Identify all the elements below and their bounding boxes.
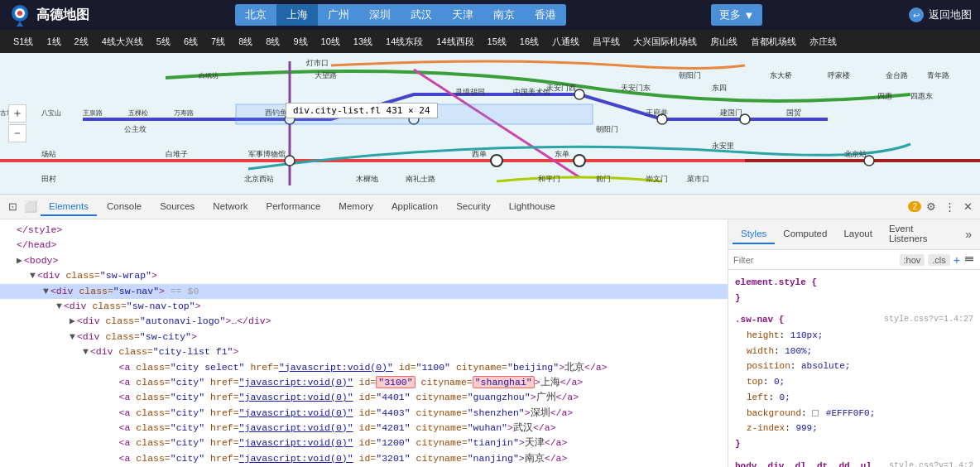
- tab-sources[interactable]: Sources: [151, 198, 203, 216]
- dom-line-sw-city[interactable]: ▼<div class="sw-city">: [0, 330, 728, 344]
- styles-more-button[interactable]: »: [961, 228, 976, 241]
- dom-line-a-nanjing[interactable]: <a class="city" href="javascript:void(0)…: [0, 451, 728, 466]
- subway-line-changping[interactable]: 昌平线: [586, 33, 627, 51]
- subway-line-fangshan[interactable]: 房山线: [704, 33, 744, 51]
- subway-line-s1[interactable]: S1线: [7, 33, 40, 51]
- svg-text:金台路: 金台路: [886, 71, 908, 79]
- subway-line-daxing-airport[interactable]: 大兴国际机场线: [627, 33, 704, 51]
- dom-line-a-tianjin[interactable]: <a class="city" href="javascript:void(0)…: [0, 436, 728, 450]
- subway-line-10[interactable]: 10线: [315, 33, 347, 51]
- svg-text:东单: 东单: [555, 150, 569, 158]
- tab-security[interactable]: Security: [448, 198, 499, 216]
- dom-line-style-close[interactable]: </style>: [0, 223, 728, 238]
- city-tab-xianggang[interactable]: 香港: [525, 4, 566, 26]
- svg-text:灯市口: 灯市口: [306, 59, 329, 67]
- top-bar: 高德地图 北京 上海 广州 深圳 武汉 天津 南京 香港 更多 ▼ ↩ 返回地图: [0, 0, 980, 30]
- dom-line-a-shanghai[interactable]: <a class="city" href="javascript:void(0)…: [0, 375, 728, 390]
- subway-line-8b[interactable]: 8线: [259, 33, 286, 51]
- styles-tab-layout[interactable]: Layout: [835, 224, 881, 244]
- svg-text:军事博物馆: 军事博物馆: [248, 150, 286, 158]
- devtools-settings-button[interactable]: ⚙: [923, 199, 939, 215]
- subway-line-9[interactable]: 9线: [286, 33, 314, 51]
- dom-line-sw-nav[interactable]: ▼<div class="sw-nav"> == $0: [0, 284, 728, 299]
- device-toolbar-button[interactable]: ⬜: [22, 199, 39, 215]
- more-label: 更多: [719, 7, 741, 22]
- dom-line-sw-wrap[interactable]: ▼<div class="sw-wrap">: [0, 268, 728, 283]
- svg-text:东四: 东四: [712, 84, 727, 92]
- devtools-close-button[interactable]: ✕: [959, 199, 976, 215]
- subway-line-14east[interactable]: 14线东段: [379, 33, 430, 51]
- add-style-rule-button[interactable]: +: [954, 253, 960, 267]
- styles-tab-styles[interactable]: Styles: [733, 224, 775, 244]
- subway-line-1[interactable]: 1线: [40, 33, 67, 51]
- tab-memory[interactable]: Memory: [330, 198, 382, 216]
- svg-text:国贸: 国贸: [786, 108, 801, 117]
- dom-line-a-wuhan[interactable]: <a class="city" href="javascript:void(0)…: [0, 421, 728, 436]
- subway-line-yizhuang[interactable]: 亦庄线: [803, 33, 843, 51]
- dom-line-body-open[interactable]: ▶<body>: [0, 253, 728, 268]
- tab-application[interactable]: Application: [383, 198, 446, 216]
- filter-cls-button[interactable]: .cls: [928, 254, 950, 266]
- logo-icon: [8, 3, 31, 26]
- dom-line-autonavi-logo[interactable]: ▶<div class="autonavi-logo">…</div>: [0, 314, 728, 329]
- svg-rect-65: [965, 260, 973, 261]
- city-tab-guangzhou[interactable]: 广州: [318, 4, 359, 26]
- svg-text:南礼士路: 南礼士路: [406, 175, 435, 183]
- styles-tab-event-listeners[interactable]: Event Listeners: [881, 219, 961, 249]
- styles-tab-computed[interactable]: Computed: [775, 224, 835, 244]
- subway-line-14west[interactable]: 14线西段: [430, 33, 480, 51]
- chevron-down-icon: ▼: [743, 9, 754, 22]
- zoom-out-button[interactable]: －: [8, 124, 26, 142]
- svg-text:大望路: 大望路: [315, 71, 337, 79]
- dom-line-sw-nav-top[interactable]: ▼<div class="sw-nav-top">: [0, 299, 728, 314]
- svg-text:公主坟: 公主坟: [124, 125, 147, 133]
- subway-line-15[interactable]: 15线: [481, 33, 513, 51]
- svg-text:东大桥: 东大桥: [770, 71, 792, 79]
- city-tab-shenzhen[interactable]: 深圳: [359, 4, 401, 26]
- subway-line-7[interactable]: 7线: [204, 33, 232, 51]
- tab-network[interactable]: Network: [204, 198, 256, 216]
- city-tab-shanghai[interactable]: 上海: [276, 4, 318, 26]
- css-rule-sw-nav: .sw-nav { style.css?v=1.4:27 height: 110…: [735, 312, 973, 451]
- svg-text:永安里: 永安里: [712, 142, 734, 150]
- subway-line-5[interactable]: 5线: [150, 33, 177, 51]
- devtools-more-button[interactable]: ⋮: [941, 199, 958, 215]
- city-tab-beijing[interactable]: 北京: [235, 4, 276, 26]
- logo-area: 高德地图: [8, 3, 89, 26]
- subway-line-6[interactable]: 6线: [177, 33, 204, 51]
- more-cities-button[interactable]: 更多 ▼: [711, 4, 762, 26]
- city-tab-nanjing[interactable]: 南京: [483, 4, 525, 26]
- dom-line-a-shenzhen[interactable]: <a class="city" href="javascript:void(0)…: [0, 406, 728, 421]
- city-tab-tianjin[interactable]: 天津: [442, 4, 483, 26]
- subway-line-16[interactable]: 16线: [513, 33, 545, 51]
- subway-line-8[interactable]: 8线: [232, 33, 259, 51]
- styles-filter-input[interactable]: [733, 255, 896, 265]
- svg-text:天安门东: 天安门东: [621, 84, 651, 92]
- subway-line-4daxing[interactable]: 4线大兴线: [95, 33, 150, 51]
- dom-line-a-beijing[interactable]: <a class="city select" href="javascript:…: [0, 360, 728, 375]
- tab-lighthouse[interactable]: Lighthouse: [501, 198, 564, 216]
- tab-performance[interactable]: Performance: [258, 198, 329, 216]
- subway-line-batong[interactable]: 八通线: [545, 33, 586, 51]
- subway-line-capital-airport[interactable]: 首都机场线: [744, 33, 803, 51]
- inspect-element-button[interactable]: ⊡: [4, 199, 21, 215]
- zoom-controls: ＋ －: [8, 104, 26, 142]
- dom-line-a-guangzhou[interactable]: <a class="city" href="javascript:void(0)…: [0, 390, 728, 405]
- svg-text:呼家楼: 呼家楼: [828, 71, 850, 79]
- subway-line-2[interactable]: 2线: [68, 33, 95, 51]
- dom-panel[interactable]: </style> </head> ▶<body> ▼<div class="sw…: [0, 219, 728, 467]
- dom-line-head-close[interactable]: </head>: [0, 238, 728, 253]
- city-tab-wuhan[interactable]: 武汉: [401, 4, 442, 26]
- tab-console[interactable]: Console: [98, 198, 150, 216]
- subway-line-13[interactable]: 13线: [347, 33, 379, 51]
- styles-panel: Styles Computed Layout Event Listeners »…: [728, 219, 980, 467]
- dom-line-city-list[interactable]: ▼<div class="city-list f1">: [0, 344, 728, 359]
- devtools-toolbar: ⊡ ⬜ Elements Console Sources Network Per…: [0, 195, 980, 219]
- filter-hov-button[interactable]: :hov: [900, 254, 925, 266]
- svg-text:场站: 场站: [41, 150, 56, 158]
- zoom-in-button[interactable]: ＋: [8, 104, 26, 123]
- tab-elements[interactable]: Elements: [41, 198, 97, 216]
- svg-text:青年路: 青年路: [927, 71, 949, 79]
- svg-point-13: [491, 155, 502, 166]
- return-map-button[interactable]: ↩ 返回地图: [908, 7, 972, 23]
